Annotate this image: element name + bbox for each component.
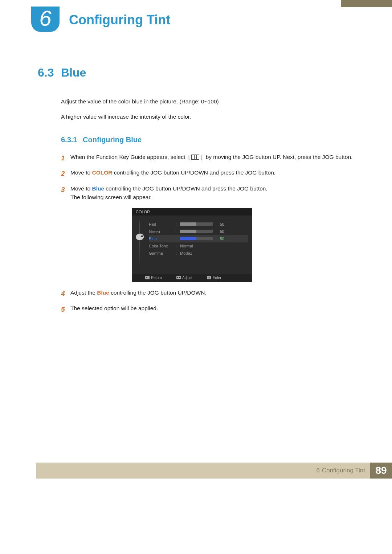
subsection-number: 6.3.1 [61, 136, 83, 144]
osd-label: Color Tone [149, 244, 173, 248]
osd-label: Gamma [149, 251, 173, 255]
header-accent-bar [341, 0, 392, 7]
page-footer: 6 Configuring Tint 89 [36, 463, 392, 479]
osd-icon-column [132, 216, 147, 274]
step-number: 3 [61, 184, 70, 202]
step-text: Move to [70, 169, 92, 176]
osd-footer-return: Return [151, 276, 162, 280]
step-text: The following screen will appear. [70, 194, 152, 200]
osd-row-blue: Blue : 50 [149, 235, 248, 242]
keyword-blue: Blue [97, 290, 109, 296]
footer-chapter-title: Configuring Tint [322, 467, 365, 474]
menu-icon [191, 155, 199, 160]
subsection-heading: 6.3.1 Configuring Blue [61, 136, 354, 144]
adjust-icon [176, 276, 181, 279]
step-text: When the Function Key Guide appears, sel… [70, 154, 185, 160]
osd-slider [180, 237, 213, 240]
osd-slider [180, 230, 213, 233]
step-text: controlling the JOG button UP/DOWN and p… [104, 185, 268, 192]
return-icon [145, 276, 150, 279]
enter-icon [207, 276, 211, 279]
osd-value: 50 [215, 229, 224, 234]
osd-row-green: Green : 50 [149, 228, 248, 235]
footer-page-number: 89 [370, 463, 392, 479]
osd-value: Mode1 [180, 251, 192, 255]
step-text: Adjust the [70, 290, 97, 296]
section-heading: 6.3 Blue [38, 66, 354, 79]
step-2: 2 Move to COLOR controlling the JOG butt… [61, 168, 354, 179]
step-text: Move to [70, 185, 92, 192]
step-number: 2 [61, 168, 70, 179]
osd-value: 50 [215, 222, 224, 226]
step-text: controlling the JOG button UP/DOWN. [109, 290, 207, 296]
step-text: The selected option will be applied. [70, 305, 158, 311]
osd-footer: Return Adjust Enter [132, 274, 252, 282]
section-number: 6.3 [38, 66, 61, 79]
step-4: 4 Adjust the Blue controlling the JOG bu… [61, 288, 354, 299]
osd-title: COLOR [132, 208, 252, 216]
chapter-title: Configuring Tint [69, 12, 170, 28]
step-text: by moving the JOG button UP. Next, press… [206, 154, 353, 160]
osd-row-gamma: Gamma : Mode1 [149, 250, 248, 257]
step-number: 5 [61, 304, 70, 315]
section-title: Blue [61, 66, 86, 79]
osd-label: Red [149, 222, 173, 226]
step-number: 4 [61, 288, 70, 299]
step-5: 5 The selected option will be applied. [61, 304, 354, 315]
palette-icon [135, 233, 144, 241]
footer-chapter-number: 6 [316, 467, 319, 474]
intro-paragraph-2: A higher value will increase the intensi… [61, 113, 354, 121]
step-text: controlling the JOG button UP/DOWN and p… [112, 169, 275, 176]
intro-paragraph-1: Adjust the value of the color blue in th… [61, 98, 354, 106]
osd-row-colortone: Color Tone : Normal [149, 242, 248, 250]
keyword-blue: Blue [92, 185, 104, 192]
step-number: 1 [61, 153, 70, 163]
osd-row-red: Red : 50 [149, 221, 248, 228]
osd-footer-adjust: Adjust [182, 276, 192, 280]
osd-value: 50 [215, 237, 224, 241]
osd-value: Normal [180, 244, 193, 248]
osd-screenshot: COLOR Red : 50 Green : 50 Bl [132, 208, 252, 282]
osd-label: Blue [149, 237, 173, 241]
osd-slider [180, 222, 213, 226]
step-3: 3 Move to Blue controlling the JOG butto… [61, 184, 354, 202]
subsection-title: Configuring Blue [83, 136, 142, 144]
chapter-number-badge: 6 [31, 7, 60, 32]
step-1: 1 When the Function Key Guide appears, s… [61, 153, 354, 163]
osd-label: Green [149, 229, 173, 234]
osd-footer-enter: Enter [213, 276, 221, 280]
keyword-color: COLOR [92, 169, 112, 176]
